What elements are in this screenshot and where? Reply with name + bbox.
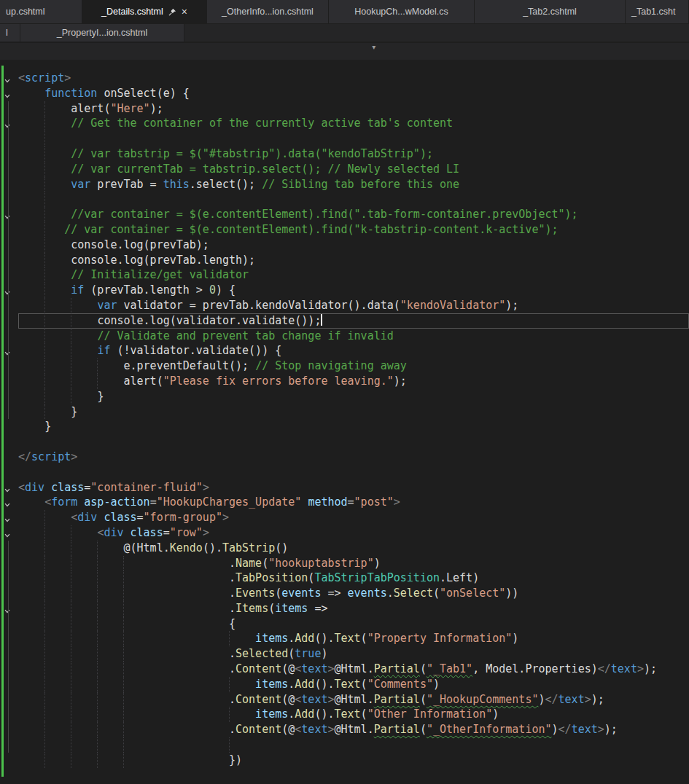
code-line[interactable]: @(Html.Kendo().TabStrip()	[0, 541, 689, 556]
fold-gutter	[0, 253, 18, 268]
tab-hookupch-wmodel-cs[interactable]: HookupCh...wModel.cs	[329, 0, 475, 23]
fold-gutter	[0, 541, 18, 556]
fold-chevron-icon[interactable]	[4, 498, 11, 506]
code-line[interactable]: .Content(@<text>@Html.Partial("_OtherInf…	[0, 722, 689, 737]
code-line[interactable]: .TabPosition(TabStripTabPosition.Left)	[0, 571, 689, 586]
code-line[interactable]: // var tabstrip = $("#tabstrip").data("k…	[0, 146, 689, 162]
code-line[interactable]: e.preventDefault(); // Stop navigating a…	[0, 358, 689, 374]
indent-guide	[229, 737, 230, 753]
code-line[interactable]: alert("Please fix errors before leaving.…	[0, 374, 689, 389]
fold-gutter	[0, 374, 18, 389]
code-line[interactable]: function onSelect(e) {	[0, 86, 689, 101]
fold-chevron-icon[interactable]	[4, 347, 11, 354]
fold-chevron-icon[interactable]	[4, 90, 11, 97]
code-line[interactable]: alert("Here");	[0, 101, 689, 117]
tab-up-cshtml[interactable]: up.cshtml	[0, 0, 82, 23]
indent-guide	[71, 737, 71, 753]
code-line[interactable]: <form asp-action="HookupCharges_Update" …	[0, 495, 689, 510]
code-line[interactable]: <div class="row">	[0, 525, 689, 541]
code-line[interactable]: items.Add().Text("Comments")	[0, 677, 689, 692]
pin-icon[interactable]	[168, 8, 176, 16]
fold-gutter	[0, 222, 18, 238]
code-editor[interactable]: <script> function onSelect(e) { alert("H…	[0, 60, 689, 784]
code-line[interactable]: <div class="form-group">	[0, 510, 689, 525]
fold-chevron-icon[interactable]	[4, 211, 11, 218]
code-line[interactable]: .Items(items =>	[0, 601, 689, 616]
code-line[interactable]: </script>	[0, 450, 689, 465]
code-line[interactable]: var prevTab = this.select(); // Sibling …	[0, 177, 689, 192]
code-line[interactable]	[0, 131, 689, 146]
fold-gutter	[0, 495, 18, 510]
tab-label: l	[6, 28, 8, 38]
indent-guide	[71, 329, 71, 344]
indent-guide	[71, 541, 71, 556]
code-text: .TabPosition(TabStripTabPosition.Left)	[18, 571, 689, 586]
indent-guide	[97, 722, 98, 737]
indent-guide	[71, 646, 71, 662]
fold-chevron-icon[interactable]	[4, 119, 11, 127]
indent-guide	[44, 737, 45, 753]
fold-gutter	[0, 298, 18, 313]
code-line[interactable]: })	[0, 753, 689, 768]
code-line[interactable]: .Name("hookuptabstrip")	[0, 556, 689, 571]
indent-guide	[97, 646, 98, 662]
tab-otherinfo-ion-cshtml[interactable]: _OtherInfo...ion.cshtml	[207, 0, 329, 23]
fold-chevron-icon[interactable]	[4, 484, 11, 491]
code-line[interactable]: var validator = prevTab.kendoValidator()…	[0, 298, 689, 313]
code-line[interactable]: {	[0, 616, 689, 632]
code-line[interactable]: // var currentTab = tabstrip.select(); /…	[0, 162, 689, 177]
code-line[interactable]	[0, 465, 689, 480]
fold-chevron-icon[interactable]	[4, 74, 11, 82]
indent-guide	[44, 631, 45, 646]
code-line[interactable]: items.Add().Text("Other Information")	[0, 707, 689, 722]
code-text	[18, 737, 689, 753]
splitter-chevron-icon[interactable]: ▾	[372, 44, 375, 51]
tab-tab2-cshtml[interactable]: _Tab2.cshtml	[475, 0, 626, 23]
code-line[interactable]: }	[0, 404, 689, 420]
fold-chevron-icon[interactable]	[4, 605, 11, 612]
fold-gutter	[0, 162, 18, 177]
code-line[interactable]: .Selected(true)	[0, 646, 689, 662]
code-line[interactable]: //var container = $(e.contentElement).fi…	[0, 207, 689, 222]
code-line[interactable]: <script>	[0, 71, 689, 86]
tab-tab1-csht[interactable]: _Tab1.csht	[626, 0, 689, 23]
code-line[interactable]: // Initialize/get validator	[0, 267, 689, 283]
tab-l[interactable]: l	[0, 24, 20, 42]
code-line[interactable]: console.log(prevTab.length);	[0, 253, 689, 268]
code-line[interactable]: }	[0, 389, 689, 404]
indent-guide	[123, 662, 124, 677]
code-line[interactable]: if (!validator.validate()) {	[0, 343, 689, 358]
code-line[interactable]: // Validate and prevent tab change if in…	[0, 329, 689, 344]
code-line[interactable]: items.Add().Text("Property Information")	[0, 631, 689, 646]
indent-guide	[44, 177, 45, 192]
code-line[interactable]: <div class="container-fluid">	[0, 480, 689, 495]
indent-guide	[123, 571, 124, 586]
code-line[interactable]: .Content(@<text>@Html.Partial("_Tab1", M…	[0, 662, 689, 677]
indent-guide	[44, 283, 45, 298]
indent-guide	[44, 146, 45, 162]
code-line[interactable]: if (prevTab.length > 0) {	[0, 283, 689, 298]
fold-chevron-icon[interactable]	[4, 514, 11, 521]
code-line[interactable]: .Content(@<text>@Html.Partial("_HookupCo…	[0, 692, 689, 707]
code-line[interactable]: console.log(validator.validate());	[0, 313, 689, 329]
code-line[interactable]	[0, 434, 689, 450]
indent-guide	[229, 707, 230, 722]
indent-guide	[97, 601, 98, 616]
code-line[interactable]: // Get the container of the currently ac…	[0, 116, 689, 131]
indent-guide	[44, 162, 45, 177]
code-line[interactable]	[0, 737, 689, 753]
code-line[interactable]	[0, 768, 689, 783]
code-line[interactable]: .Events(events => events.Select("onSelec…	[0, 586, 689, 601]
indent-guide	[44, 253, 45, 268]
fold-gutter	[0, 343, 18, 358]
code-line[interactable]: // var container = $(e.contentElement).f…	[0, 222, 689, 238]
code-text: items.Add().Text("Property Information")	[18, 631, 689, 646]
fold-chevron-icon[interactable]	[4, 529, 11, 536]
code-line[interactable]: console.log(prevTab);	[0, 238, 689, 253]
tab-propertyi-ion-cshtml[interactable]: _PropertyI...ion.cshtml	[20, 24, 184, 42]
code-line[interactable]	[0, 192, 689, 207]
code-line[interactable]: }	[0, 419, 689, 434]
fold-chevron-icon[interactable]	[4, 286, 11, 294]
tab-details-cshtml[interactable]: _Details.cshtml×	[82, 0, 207, 23]
close-icon[interactable]: ×	[182, 7, 187, 17]
